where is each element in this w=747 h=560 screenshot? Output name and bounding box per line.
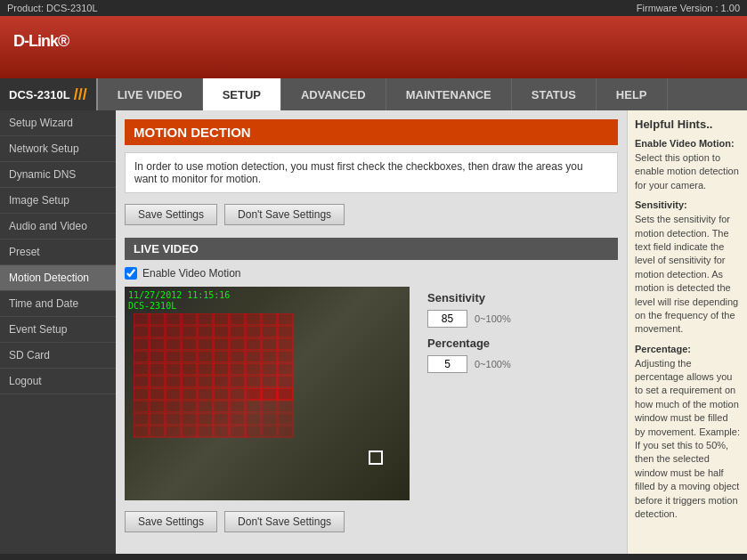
percentage-row: 0~100%: [427, 355, 613, 373]
section-title: MOTION DECTION: [125, 119, 618, 145]
footer: SECURITY: [0, 554, 747, 560]
help-enable-title: Enable Video Motion:: [635, 138, 740, 149]
camera-model-overlay: DCS-2310L: [128, 301, 176, 311]
help-title: Helpful Hints..: [635, 118, 740, 131]
percentage-label: Percentage: [427, 337, 613, 350]
help-panel: Helpful Hints.. Enable Video Motion: Sel…: [627, 110, 747, 554]
nav-product-name: DCS-2310L: [9, 88, 70, 101]
enable-motion-row: Enable Video Motion: [125, 265, 618, 281]
bottom-button-row: Save Settings Don't Save Settings: [125, 507, 618, 536]
tab-advanced[interactable]: ADVANCED: [281, 78, 386, 110]
top-bar: Product: DCS-2310L Firmware Version : 1.…: [0, 0, 747, 16]
video-settings-row: 11/27/2012 11:15:16 DCS-2310L: [125, 287, 618, 500]
sidebar-item-image-setup[interactable]: Image Setup: [0, 188, 116, 214]
enable-video-motion-label: Enable Video Motion: [142, 267, 241, 280]
sidebar-item-setup-wizard[interactable]: Setup Wizard: [0, 110, 116, 136]
nav-product: DCS-2310L ///: [0, 78, 98, 110]
live-video-header: LIVE VIDEO: [125, 238, 618, 260]
motion-detection-grid[interactable]: [134, 313, 329, 456]
content-area: MOTION DECTION In order to use motion de…: [116, 110, 627, 554]
tab-status[interactable]: STATUS: [512, 78, 597, 110]
sidebar-item-preset[interactable]: Preset: [0, 239, 116, 265]
sidebar-item-time-and-date[interactable]: Time and Date: [0, 291, 116, 317]
tab-maintenance[interactable]: MAINTENANCE: [386, 78, 512, 110]
header: D-Link®: [0, 16, 747, 78]
dlink-logo: D-Link®: [13, 31, 69, 64]
nav-slashes: ///: [74, 85, 87, 104]
enable-video-motion-checkbox[interactable]: [125, 267, 137, 280]
percentage-range: 0~100%: [475, 359, 511, 369]
camera-preview: 11/27/2012 11:15:16 DCS-2310L: [125, 287, 410, 500]
tab-help[interactable]: HELP: [597, 78, 668, 110]
top-button-row: Save Settings Don't Save Settings: [125, 200, 618, 229]
sidebar-item-network-setup[interactable]: Network Setup: [0, 136, 116, 162]
help-percentage-text: Adjusting the percentage allows you to s…: [635, 357, 740, 522]
sidebar-item-sd-card[interactable]: SD Card: [0, 343, 116, 369]
dont-save-settings-button-bottom[interactable]: Don't Save Settings: [224, 511, 345, 532]
svg-rect-3: [249, 388, 294, 438]
nav-tabs: LIVE VIDEO SETUP ADVANCED MAINTENANCE ST…: [98, 78, 747, 110]
info-text: In order to use motion detection, you mu…: [125, 152, 618, 193]
sensitivity-range: 0~100%: [475, 313, 511, 324]
save-settings-button-bottom[interactable]: Save Settings: [125, 511, 217, 532]
main-layout: Setup Wizard Network Setup Dynamic DNS I…: [0, 110, 747, 554]
sensitivity-row: 0~100%: [427, 310, 613, 328]
nav-bar: DCS-2310L /// LIVE VIDEO SETUP ADVANCED …: [0, 78, 747, 110]
tab-setup[interactable]: SETUP: [203, 78, 281, 110]
svg-rect-2: [134, 401, 249, 438]
help-percentage-title: Percentage:: [635, 344, 740, 354]
sidebar-item-motion-detection[interactable]: Motion Detection: [0, 265, 116, 291]
sidebar-item-event-setup[interactable]: Event Setup: [0, 317, 116, 343]
firmware-label: Firmware Version : 1.00: [637, 3, 740, 13]
save-settings-button-top[interactable]: Save Settings: [125, 204, 217, 225]
sidebar-item-dynamic-dns[interactable]: Dynamic DNS: [0, 162, 116, 188]
camera-timestamp: 11/27/2012 11:15:16: [128, 290, 230, 300]
resize-handle[interactable]: [369, 450, 383, 465]
percentage-input[interactable]: [427, 355, 467, 373]
sensitivity-label: Sensitivity: [427, 291, 613, 304]
sensitivity-input[interactable]: [427, 310, 467, 328]
tab-live-video[interactable]: LIVE VIDEO: [98, 78, 203, 110]
logo-text: D-Link: [13, 32, 58, 50]
help-sensitivity-title: Sensitivity:: [635, 199, 740, 210]
logo-trademark: ®: [58, 32, 69, 50]
svg-rect-1: [134, 313, 294, 401]
product-label: Product: DCS-2310L: [7, 3, 98, 13]
sidebar: Setup Wizard Network Setup Dynamic DNS I…: [0, 110, 116, 554]
dont-save-settings-button-top[interactable]: Don't Save Settings: [224, 204, 345, 225]
help-enable-text: Select this option to enable motion dete…: [635, 151, 740, 192]
settings-panel: Sensitivity 0~100% Percentage 0~100%: [423, 287, 618, 500]
sidebar-item-logout[interactable]: Logout: [0, 369, 116, 394]
help-sensitivity-text: Sets the sensitivity for motion detectio…: [635, 213, 740, 337]
sidebar-item-audio-and-video[interactable]: Audio and Video: [0, 214, 116, 239]
